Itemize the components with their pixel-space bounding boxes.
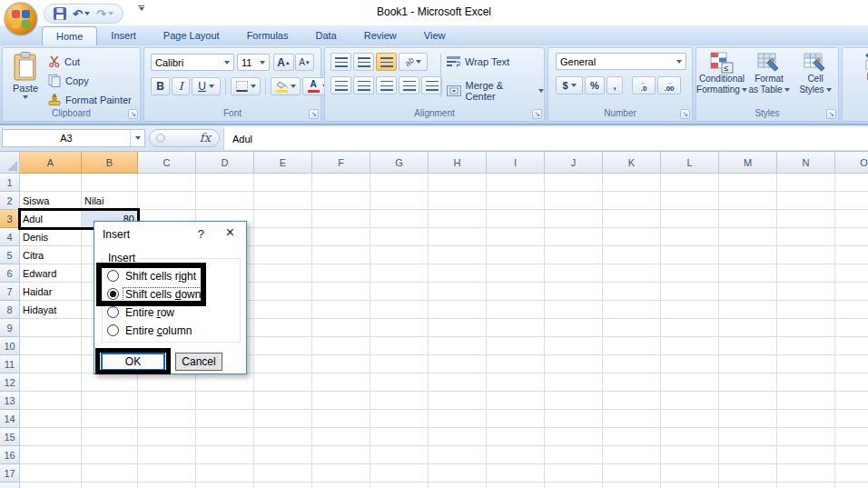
- cell-O2[interactable]: [835, 192, 868, 210]
- cell-J1[interactable]: [545, 174, 603, 192]
- cell-O13[interactable]: [835, 392, 868, 410]
- cell-I14[interactable]: [487, 410, 545, 428]
- cell-I6[interactable]: [487, 264, 545, 283]
- cell-N16[interactable]: [777, 446, 835, 464]
- row-header-6[interactable]: 6: [0, 264, 20, 283]
- cell-H5[interactable]: [429, 246, 487, 264]
- column-header-E[interactable]: E: [254, 152, 312, 174]
- tab-formulas[interactable]: Formulas: [233, 26, 302, 45]
- cell-E12[interactable]: [254, 373, 312, 392]
- cell-K18[interactable]: [603, 483, 661, 488]
- cell-G17[interactable]: [370, 464, 429, 483]
- cell-H18[interactable]: [429, 483, 487, 488]
- cell-B17[interactable]: [82, 464, 138, 483]
- cell-K2[interactable]: [603, 192, 661, 210]
- cell-I16[interactable]: [487, 446, 545, 464]
- increase-indent-button[interactable]: [421, 76, 442, 95]
- cell-I1[interactable]: [487, 174, 545, 192]
- cell-A3[interactable]: Adul: [20, 210, 82, 228]
- cell-L10[interactable]: [661, 337, 719, 355]
- cell-C1[interactable]: [138, 174, 196, 192]
- cell-O8[interactable]: [835, 301, 868, 319]
- row-header-7[interactable]: 7: [0, 283, 20, 301]
- cell-L17[interactable]: [661, 464, 719, 483]
- align-left-button[interactable]: [330, 76, 351, 95]
- cell-N11[interactable]: [777, 355, 835, 373]
- cell-H3[interactable]: [429, 210, 487, 228]
- cell-H12[interactable]: [429, 373, 487, 392]
- cell-L12[interactable]: [661, 373, 719, 392]
- paste-dropdown-icon[interactable]: [23, 95, 28, 99]
- font-name-select[interactable]: Calibri: [151, 54, 234, 71]
- row-header-13[interactable]: 13: [0, 392, 20, 410]
- office-button[interactable]: [3, 1, 39, 37]
- cell-I15[interactable]: [487, 428, 545, 446]
- column-header-L[interactable]: L: [661, 152, 719, 174]
- cell-L2[interactable]: [661, 192, 719, 210]
- cell-I5[interactable]: [487, 246, 545, 264]
- cell-C16[interactable]: [138, 446, 196, 464]
- cell-J18[interactable]: [545, 483, 603, 488]
- cell-A15[interactable]: [20, 428, 82, 446]
- cell-A7[interactable]: Haidar: [20, 283, 82, 301]
- conditional-formatting-button[interactable]: ≤ Conditional Formatting: [699, 52, 745, 108]
- cell-H11[interactable]: [429, 355, 487, 373]
- cell-E15[interactable]: [254, 428, 312, 446]
- row-header-10[interactable]: 10: [0, 337, 20, 355]
- increase-decimal-button[interactable]: ← .0: [632, 76, 656, 95]
- currency-button[interactable]: $: [556, 76, 583, 95]
- comma-button[interactable]: ,: [607, 76, 623, 95]
- cell-G1[interactable]: [370, 174, 429, 192]
- paste-button[interactable]: Paste: [7, 52, 44, 110]
- cell-L18[interactable]: [661, 483, 719, 488]
- cell-E6[interactable]: [254, 264, 312, 283]
- tab-view[interactable]: View: [410, 26, 459, 45]
- cell-D16[interactable]: [196, 446, 254, 464]
- cell-L8[interactable]: [661, 301, 719, 319]
- cell-F12[interactable]: [312, 373, 370, 392]
- column-header-F[interactable]: F: [312, 152, 370, 174]
- cell-G18[interactable]: [370, 483, 429, 488]
- cell-M14[interactable]: [719, 410, 777, 428]
- format-as-table-button[interactable]: Format as Table: [746, 52, 792, 108]
- redo-dropdown-icon[interactable]: [108, 12, 113, 15]
- cell-F4[interactable]: [312, 228, 370, 246]
- cell-J16[interactable]: [545, 446, 603, 464]
- cell-A12[interactable]: [20, 373, 82, 392]
- radio-option-3[interactable]: Entire row: [107, 304, 202, 320]
- cell-D14[interactable]: [196, 410, 254, 428]
- cell-M11[interactable]: [719, 355, 777, 373]
- cell-B16[interactable]: [82, 446, 138, 464]
- cell-N14[interactable]: [777, 410, 835, 428]
- cell-K11[interactable]: [603, 355, 661, 373]
- cell-O5[interactable]: [835, 246, 868, 264]
- cell-N4[interactable]: [777, 228, 835, 246]
- cell-L11[interactable]: [661, 355, 719, 373]
- cell-F11[interactable]: [312, 355, 370, 373]
- cell-E17[interactable]: [254, 464, 312, 483]
- cell-A9[interactable]: [20, 319, 82, 337]
- cell-E8[interactable]: [254, 301, 312, 319]
- cell-A6[interactable]: Edward: [20, 264, 82, 283]
- cell-F14[interactable]: [312, 410, 370, 428]
- cell-M18[interactable]: [719, 483, 777, 488]
- column-header-J[interactable]: J: [545, 152, 603, 174]
- cell-M8[interactable]: [719, 301, 777, 319]
- cell-styles-button[interactable]: Cell Styles: [793, 52, 838, 108]
- cell-O9[interactable]: [835, 319, 868, 337]
- insert-function-button[interactable]: fx: [200, 131, 211, 144]
- cell-A14[interactable]: [20, 410, 82, 428]
- cell-L16[interactable]: [661, 446, 719, 464]
- cell-F5[interactable]: [312, 246, 370, 264]
- fill-color-button[interactable]: [271, 77, 301, 95]
- cell-M5[interactable]: [719, 246, 777, 264]
- cell-O7[interactable]: [835, 283, 868, 301]
- cell-K14[interactable]: [603, 410, 661, 428]
- cell-O3[interactable]: [835, 210, 868, 228]
- cell-I9[interactable]: [487, 319, 545, 337]
- cell-I11[interactable]: [487, 355, 545, 373]
- cell-J14[interactable]: [545, 410, 603, 428]
- cell-O4[interactable]: [835, 228, 868, 246]
- cell-A4[interactable]: Denis: [20, 228, 82, 246]
- cell-I8[interactable]: [487, 301, 545, 319]
